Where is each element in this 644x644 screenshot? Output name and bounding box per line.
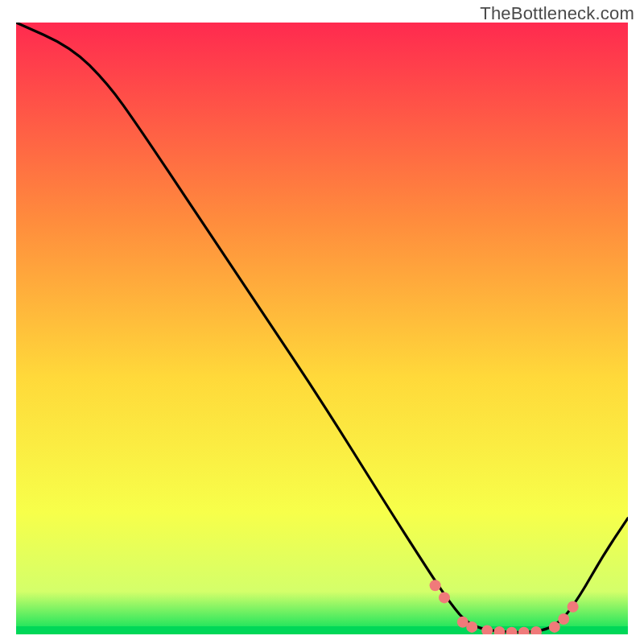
curve-marker: [466, 621, 477, 633]
curve-marker: [558, 613, 569, 625]
curve-marker: [568, 601, 579, 613]
curve-marker: [439, 592, 450, 603]
chart-plot-area: [16, 23, 628, 634]
chart-frame: TheBottleneck.com: [0, 0, 644, 644]
gradient-background: [16, 23, 628, 634]
chart-svg: [16, 23, 628, 634]
curve-marker: [549, 621, 560, 633]
curve-marker: [430, 580, 441, 591]
watermark-text: TheBottleneck.com: [480, 3, 634, 24]
